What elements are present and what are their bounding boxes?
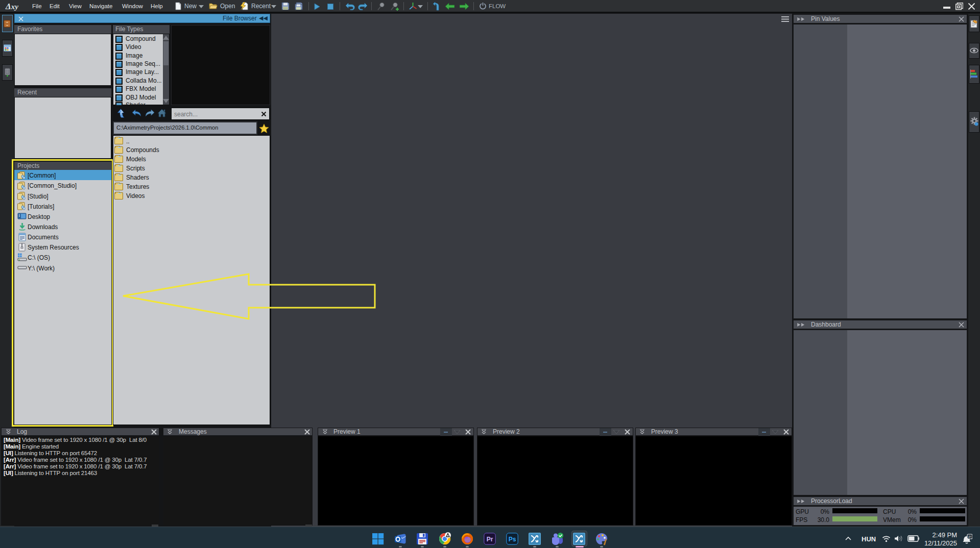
svg-text:Ps: Ps: [509, 536, 516, 543]
svg-text:z²: z²: [968, 535, 972, 538]
svg-text:Pr: Pr: [487, 536, 493, 543]
